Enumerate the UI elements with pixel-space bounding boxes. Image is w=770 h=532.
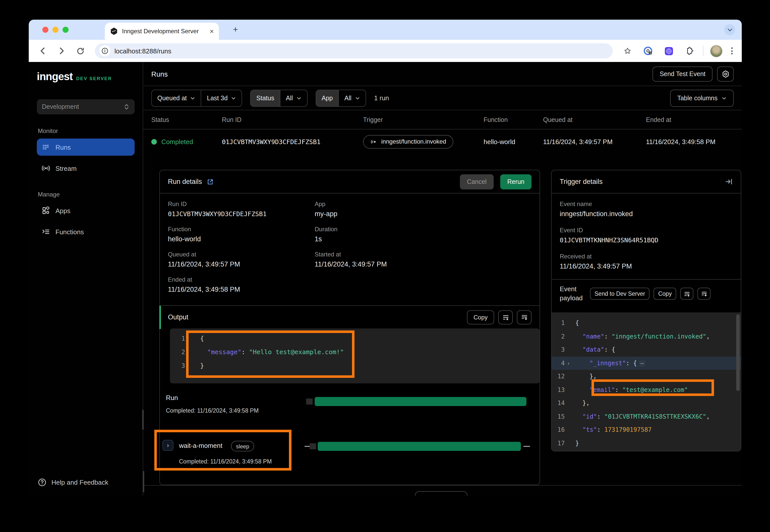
- password-manager-extension-icon[interactable]: [641, 44, 655, 58]
- expand-chevron-icon[interactable]: ›: [565, 360, 572, 366]
- table-columns-button[interactable]: Table columns: [670, 89, 734, 107]
- field-started-at: Started at 11/16/2024, 3:49:57 PM: [315, 251, 531, 268]
- sidebar-item-stream[interactable]: Stream: [37, 160, 135, 177]
- runs-list-icon: [42, 143, 50, 151]
- code-line: 16 "ts": 1731790197587: [552, 423, 741, 437]
- output-title: Output: [168, 313, 188, 321]
- traffic-lights: [42, 27, 69, 33]
- collapsed-ellipsis: ⋯: [639, 360, 645, 367]
- monitor-section-label: Monitor: [37, 127, 135, 135]
- external-link-icon[interactable]: [207, 178, 214, 185]
- sidebar-item-functions[interactable]: Functions: [37, 223, 135, 240]
- sidebar-item-label: Runs: [55, 143, 71, 151]
- forward-icon[interactable]: [54, 44, 69, 58]
- sidebar-item-label: Functions: [55, 228, 84, 236]
- code-line: 3 "data": {: [552, 343, 741, 356]
- code-line-collapsed[interactable]: 4› "_inngest": {⋯: [552, 356, 741, 370]
- time-range-dropdown[interactable]: Last 3d: [202, 90, 242, 106]
- extensions-puzzle-icon[interactable]: [682, 44, 696, 58]
- payload-scroll-bottom-icon[interactable]: [697, 288, 711, 300]
- annotation-email-line: [592, 379, 714, 396]
- bottom-divider: [143, 485, 742, 486]
- profile-avatar[interactable]: [710, 45, 723, 57]
- col-ended-at[interactable]: Ended at: [646, 116, 734, 123]
- trigger-fields: Event name inngest/function.invoked Even…: [552, 193, 741, 270]
- time-field-dropdown[interactable]: Queued at: [152, 90, 201, 106]
- sidebar-item-runs[interactable]: Runs: [37, 139, 135, 156]
- status-filter-group: Status All: [250, 89, 308, 107]
- browser-menu-icon[interactable]: [729, 47, 735, 54]
- col-function[interactable]: Function: [483, 116, 543, 123]
- status-filter-label: Status: [251, 90, 280, 106]
- toolbar-icons: [620, 44, 735, 58]
- rerun-button[interactable]: Rerun: [500, 174, 531, 189]
- col-status[interactable]: Status: [151, 116, 222, 123]
- url-bar[interactable]: localhost:8288/runs: [95, 43, 613, 58]
- timeline-run-label[interactable]: Run: [166, 394, 178, 402]
- stream-broadcast-icon: [42, 164, 50, 172]
- code-line: 17 }: [552, 437, 741, 450]
- annotation-output-json: [186, 330, 355, 378]
- minimize-window-button[interactable]: [52, 27, 58, 33]
- scrollbar-thumb[interactable]: [736, 314, 740, 391]
- timeline-step-bar[interactable]: [318, 442, 521, 451]
- output-copy-button[interactable]: Copy: [467, 310, 494, 324]
- trigger-event-pill[interactable]: inngest/function.invoked: [363, 135, 453, 148]
- close-window-button[interactable]: [42, 27, 48, 33]
- col-run-id[interactable]: Run ID: [222, 116, 363, 123]
- browser-toolbar: localhost:8288/runs: [29, 40, 742, 62]
- field-event-id: Event ID 01JCVBTMTKNHNHZ3SN64R51BQD: [560, 227, 733, 244]
- browser-tab[interactable]: Inngest Development Server ×: [105, 23, 219, 40]
- collapse-panel-icon[interactable]: [725, 178, 733, 185]
- table-row[interactable]: Completed 01JCVBTMV3WXY9D3CFDEJFZSB1 inn…: [143, 129, 742, 154]
- col-queued-at[interactable]: Queued at: [543, 116, 646, 123]
- app-filter-group: App All: [316, 89, 366, 107]
- zoom-window-button[interactable]: [62, 27, 69, 33]
- url-text: localhost:8288/runs: [114, 47, 171, 55]
- field-run-id: Run ID 01JCVBTMV3WXY9D3CFDEJFZSB1: [168, 201, 315, 218]
- payload-word-wrap-icon[interactable]: [680, 288, 693, 300]
- word-wrap-icon[interactable]: [498, 310, 513, 324]
- sidebar-item-apps[interactable]: Apps: [37, 202, 135, 219]
- app-filter-dropdown[interactable]: All: [339, 90, 366, 106]
- purple-extension-icon[interactable]: [662, 44, 676, 58]
- tab-close-icon[interactable]: ×: [210, 28, 214, 35]
- send-test-event-button[interactable]: Send Test Event: [653, 66, 713, 81]
- status-filter-dropdown[interactable]: All: [280, 90, 307, 106]
- help-and-feedback[interactable]: Help and Feedback: [37, 476, 135, 489]
- bookmark-star-icon[interactable]: [620, 44, 634, 58]
- annotation-step: [154, 430, 292, 471]
- partial-bottom-button[interactable]: [415, 491, 467, 496]
- status-cell: Completed: [151, 138, 222, 145]
- scroll-to-bottom-icon[interactable]: [517, 310, 531, 324]
- function-link[interactable]: hello-world: [168, 235, 315, 243]
- function-cell: hello-world: [483, 138, 543, 145]
- send-to-dev-server-button[interactable]: Send to Dev Server: [590, 288, 650, 300]
- timeline-step-marker: [310, 443, 316, 449]
- scrollbar-thumb[interactable]: [143, 471, 144, 492]
- inngest-app: inngest DEV SERVER Development Monitor R…: [29, 62, 742, 496]
- environment-select[interactable]: Development: [37, 99, 135, 114]
- cancel-button[interactable]: Cancel: [460, 174, 494, 189]
- tab-search-chevron-icon[interactable]: [724, 24, 735, 35]
- trigger-details-header: Trigger details: [552, 170, 741, 193]
- page-title: Runs: [151, 70, 168, 78]
- new-tab-button[interactable]: +: [230, 24, 242, 36]
- browser-window: Inngest Development Server × +: [29, 20, 742, 496]
- payload-copy-button[interactable]: Copy: [654, 288, 677, 300]
- sidebar-item-label: Stream: [55, 164, 77, 172]
- col-trigger[interactable]: Trigger: [363, 116, 483, 123]
- site-info-icon[interactable]: [99, 45, 110, 56]
- run-details-header: Run details Cancel Rerun: [160, 170, 539, 193]
- tab-title: Inngest Development Server: [122, 28, 206, 35]
- app-link[interactable]: my-app: [315, 210, 531, 218]
- settings-gear-button[interactable]: [717, 66, 734, 81]
- field-app: App my-app: [315, 201, 531, 218]
- back-icon[interactable]: [36, 44, 50, 58]
- run-details-panel: Run details Cancel Rerun Run ID 01JCVBTM…: [159, 170, 540, 485]
- code-line: 14 },: [552, 396, 741, 410]
- reload-icon[interactable]: [73, 44, 87, 58]
- code-line: 1 {: [552, 316, 741, 330]
- timeline-run-bar[interactable]: [315, 397, 526, 406]
- help-question-icon: [38, 478, 46, 487]
